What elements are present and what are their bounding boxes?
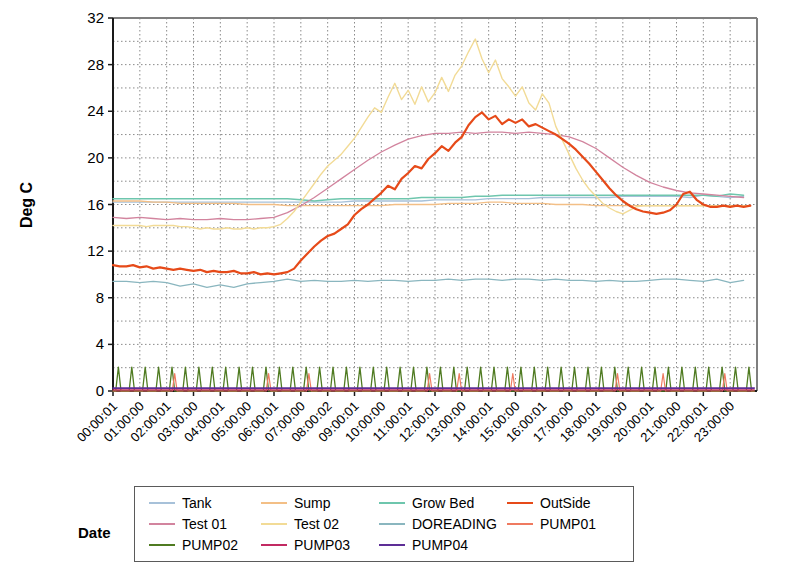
- legend-item-test-02: Test 02: [261, 515, 379, 533]
- series-line-test-01: [113, 132, 744, 220]
- legend-item-pump02: PUMP02: [149, 536, 261, 554]
- legend: TankSumpGrow BedOutSideTest 01Test 02DOR…: [134, 486, 634, 562]
- legend-swatch: [379, 502, 405, 504]
- legend-label: OutSide: [540, 494, 591, 512]
- series-line-outside: [113, 112, 750, 274]
- legend-swatch: [261, 502, 287, 504]
- legend-label: PUMP01: [540, 515, 596, 533]
- legend-item-pump04: PUMP04: [379, 536, 507, 554]
- y-tick-label: 24: [87, 102, 104, 119]
- y-tick-label: 0: [96, 382, 104, 399]
- legend-swatch: [149, 502, 175, 504]
- legend-label: DOREADING: [412, 515, 497, 533]
- y-tick-label: 32: [87, 9, 104, 26]
- legend-label: Tank: [182, 494, 212, 512]
- y-tick-label: 20: [87, 149, 104, 166]
- legend-swatch: [261, 523, 287, 525]
- legend-swatch: [507, 523, 533, 525]
- legend-label: Test 01: [182, 515, 227, 533]
- legend-label: Test 02: [294, 515, 339, 533]
- y-tick-label: 8: [96, 289, 104, 306]
- legend-item-pump03: PUMP03: [261, 536, 379, 554]
- legend-item-doreading: DOREADING: [379, 515, 507, 533]
- legend-label: PUMP04: [412, 536, 468, 554]
- chart-page: Deg C 04812162024283200:00:0101:00:0002:…: [0, 0, 800, 565]
- y-tick-label: 16: [87, 196, 104, 213]
- legend-swatch: [379, 523, 405, 525]
- legend-label: Grow Bed: [412, 494, 474, 512]
- legend-swatch: [379, 544, 405, 546]
- y-tick-label: 28: [87, 56, 104, 73]
- legend-swatch: [261, 544, 287, 546]
- x-axis-title: Date: [78, 524, 111, 541]
- legend-label: PUMP03: [294, 536, 350, 554]
- legend-item-sump: Sump: [261, 494, 379, 512]
- legend-swatch: [149, 523, 175, 525]
- y-tick-label: 4: [96, 335, 104, 352]
- series-line-doreading: [113, 279, 744, 287]
- legend-label: PUMP02: [182, 536, 238, 554]
- chart-plot: 04812162024283200:00:0101:00:0002:00:010…: [0, 0, 800, 480]
- y-tick-label: 12: [87, 242, 104, 259]
- legend-item-test-01: Test 01: [149, 515, 261, 533]
- legend-item-outside: OutSide: [507, 494, 629, 512]
- legend-swatch: [149, 544, 175, 546]
- legend-item-grow-bed: Grow Bed: [379, 494, 507, 512]
- legend-item-tank: Tank: [149, 494, 261, 512]
- legend-swatch: [507, 502, 533, 504]
- legend-label: Sump: [294, 494, 331, 512]
- legend-item-pump01: PUMP01: [507, 515, 629, 533]
